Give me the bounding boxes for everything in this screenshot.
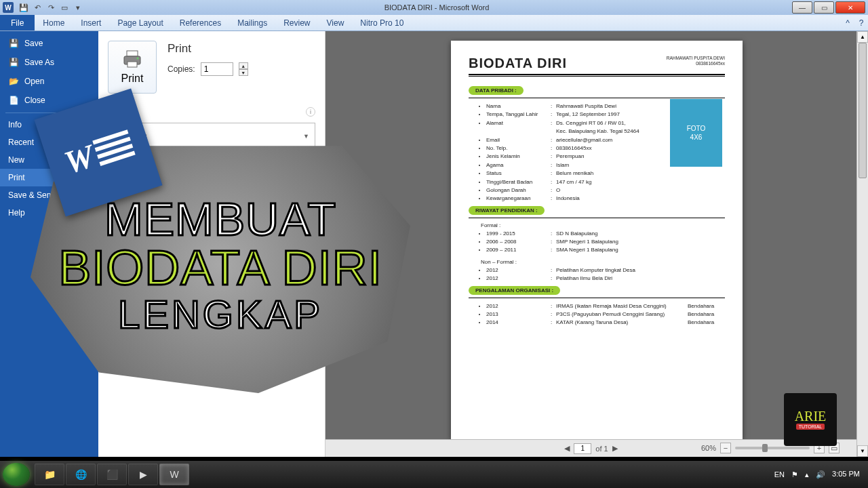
sidebar-print[interactable]: Print [0,169,98,186]
sidebar-save-send[interactable]: Save & Send [0,186,98,204]
printer-info-icon[interactable]: i [306,107,315,117]
sidebar-open[interactable]: 📂Open [0,72,98,91]
print-preview: RAHMAWATI PUSPITA DEWI0838616645xx BIODA… [326,31,868,457]
title-bar: W 💾 ↶ ↷ ▭ ▾ BIODATA DIRI - Microsoft Wor… [0,0,868,15]
sidebar-label: Close [24,96,45,105]
taskbar-explorer[interactable]: 📁 [35,464,64,485]
printer-dropdown[interactable]: 00 series ▼ [108,123,315,150]
taskbar: 📁 🌐 ⬛ ▶ W EN ⚑ ▴ 🔊 3:05 PM [0,461,868,488]
tab-mailings[interactable]: Mailings [229,15,275,30]
zoom-out-button[interactable]: − [720,443,731,453]
tab-nitro[interactable]: Nitro Pro 10 [352,15,412,30]
sidebar-label: Info [8,120,22,129]
page-number-input[interactable] [574,443,591,454]
tab-insert[interactable]: Insert [73,15,109,30]
chevron-down-icon: ▼ [303,133,309,140]
copies-label: Copies: [167,64,195,74]
sidebar-label: Recent [8,138,34,147]
maximize-button[interactable]: ▭ [814,1,834,14]
zoom-slider[interactable] [735,447,810,449]
ribbon-minimize-icon[interactable]: ^ [841,15,854,30]
copies-down[interactable]: ▼ [239,69,248,76]
taskbar-word[interactable]: W [159,464,189,485]
svg-rect-2 [127,62,137,67]
tray-lang[interactable]: EN [774,470,785,479]
close-icon: 📄 [8,95,19,106]
minimize-button[interactable]: — [792,1,812,14]
svg-rect-0 [127,51,138,56]
print-button[interactable]: Print [108,41,157,94]
printer-name: 00 series [114,131,147,141]
zoom-fit-icon[interactable]: ▭ [829,443,840,453]
backstage-sidebar: 💾Save 💾Save As 📂Open 📄Close Info Recent … [0,31,98,457]
open-icon: 📂 [8,76,19,87]
copies-up[interactable]: ▲ [239,62,248,69]
tab-page-layout[interactable]: Page Layout [109,15,171,30]
next-page-icon[interactable]: ▶ [612,444,618,453]
help-icon[interactable]: ? [854,15,868,30]
edu-nonformal-list: 2012:Pelatihan Komputer tingkat Desa2012… [469,266,725,283]
printer-heading: Printer [108,107,315,117]
sidebar-saveas[interactable]: 💾Save As [0,53,98,72]
qat-undo-icon[interactable]: ↶ [33,3,42,12]
qat-new-icon[interactable]: ▭ [60,3,69,12]
sidebar-label: Save [24,39,43,48]
sidebar-label: New [8,155,24,165]
photo-placeholder: FOTO 4X6 [670,99,722,167]
ribbon: File Home Insert Page Layout References … [0,15,868,31]
svg-point-3 [137,58,139,60]
qat-redo-icon[interactable]: ↷ [46,3,56,12]
zoom-percent: 60% [701,444,716,452]
printer-properties-link[interactable]: Printer Properties [257,154,315,162]
sidebar-close[interactable]: 📄Close [0,91,98,110]
print-button-label: Print [121,73,144,85]
taskbar-app[interactable]: ⬛ [97,464,127,485]
copies-input[interactable] [201,62,233,76]
document-page: RAHMAWATI PUSPITA DEWI0838616645xx BIODA… [451,41,743,439]
edu-formal-list: 1999 - 2015:SD N Balapulang2006 – 2008:S… [469,230,725,255]
close-button[interactable]: ✕ [835,1,865,14]
qat-save-icon[interactable]: 💾 [19,3,28,12]
word-app-icon: W [3,2,14,13]
zoom-in-button[interactable]: + [814,443,825,453]
tab-references[interactable]: References [172,15,229,30]
tray-volume-icon[interactable]: 🔊 [816,470,825,479]
edu-nonformal-heading: Non – Formal : [481,259,725,265]
org-list: 2012:IRMAS (Ikatan Remaja Masid Desa Cen… [469,302,725,327]
edu-formal-heading: Formal : [481,222,725,228]
tab-home[interactable]: Home [35,15,73,30]
sidebar-help[interactable]: Help [0,204,98,222]
sidebar-label: Save As [24,58,54,67]
page-navigation: ◀ of 1 ▶ 60% − + ▭ [326,439,856,457]
zoom-handle[interactable] [762,444,768,452]
prev-page-icon[interactable]: ◀ [564,444,570,453]
tab-file[interactable]: File [0,15,35,30]
start-button[interactable] [3,463,30,486]
sidebar-label: Help [8,208,25,218]
sidebar-label: Save & Send [8,190,56,200]
sidebar-save[interactable]: 💾Save [0,34,98,53]
section-personal: DATA PRIBADI : [469,86,524,95]
page-of-label: of 1 [595,445,608,453]
printer-icon [121,49,143,68]
tray-chevron-icon[interactable]: ▴ [805,470,809,479]
scroll-down-icon[interactable]: ▼ [857,445,868,457]
saveas-icon: 💾 [8,57,19,68]
sidebar-recent[interactable]: Recent [0,134,98,151]
sidebar-label: Print [8,173,25,182]
save-icon: 💾 [8,38,19,49]
preview-scrollbar[interactable]: ▲ ▼ [856,31,868,457]
taskbar-media[interactable]: ▶ [128,464,158,485]
tab-review[interactable]: Review [275,15,318,30]
sidebar-new[interactable]: New [0,151,98,169]
tray-flag-icon[interactable]: ⚑ [791,470,798,479]
tray-clock[interactable]: 3:05 PM [832,470,860,479]
scroll-up-icon[interactable]: ▲ [857,31,868,43]
section-org: PENGALAMAN ORGANISASI : [469,286,560,295]
print-panel: Print Print Copies: ▲▼ i Printer 00 seri… [98,31,326,457]
sidebar-info[interactable]: Info [0,116,98,134]
taskbar-chrome[interactable]: 🌐 [66,464,96,485]
tab-view[interactable]: View [319,15,353,30]
qat-more-icon[interactable]: ▾ [73,3,83,12]
scroll-thumb[interactable] [859,43,867,178]
